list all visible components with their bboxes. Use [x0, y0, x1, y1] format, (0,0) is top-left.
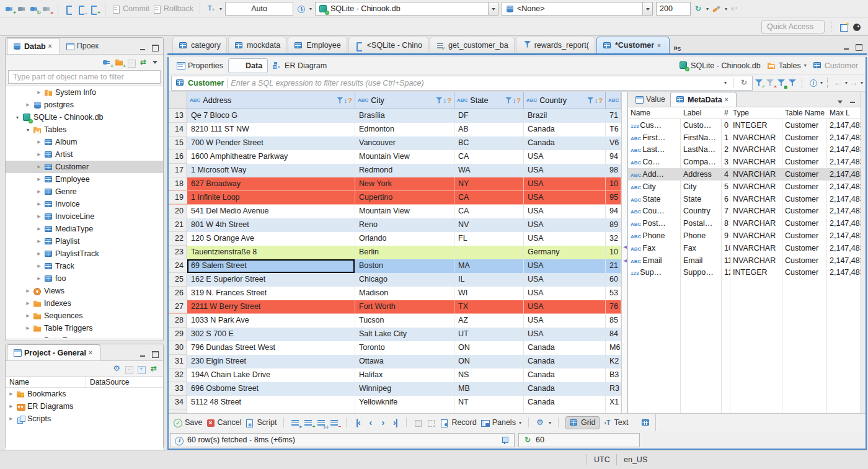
- cell-postalcode[interactable]: 71: [606, 109, 621, 123]
- view-menu-icon[interactable]: [836, 97, 844, 107]
- change-marker[interactable]: [623, 259, 627, 262]
- metadata-row[interactable]: ABCFirst… FirstNa… 1 NVARCHAR Customer 2…: [628, 132, 861, 144]
- row-number[interactable]: 19: [169, 191, 187, 204]
- open-sql-script-icon[interactable]: [77, 4, 86, 14]
- cell-state[interactable]: WA: [454, 164, 524, 177]
- column-header[interactable]: ABC Address ↕?: [187, 92, 355, 109]
- sort-icon[interactable]: ↕: [595, 97, 598, 104]
- connect-icon[interactable]: [17, 4, 27, 14]
- cell-postalcode[interactable]: 98: [606, 164, 621, 177]
- cell-address[interactable]: 319 N. Frances Street: [187, 287, 355, 300]
- row-number[interactable]: 29: [169, 328, 187, 341]
- expander-icon[interactable]: [25, 102, 31, 107]
- delete-row-icon[interactable]: [330, 418, 339, 427]
- new-sql-script-icon[interactable]: [89, 4, 99, 14]
- row-number[interactable]: 23: [169, 246, 187, 259]
- table-row[interactable]: 32 194A Chain Lake Drive Halifax NS Cana…: [169, 368, 621, 382]
- cell-city[interactable]: Vancouver: [355, 136, 454, 150]
- editor-tab[interactable]: mockdata: [228, 37, 286, 53]
- cell-country[interactable]: USA: [524, 150, 606, 164]
- editor-tab[interactable]: get_customer_ba: [430, 37, 515, 53]
- cell-state[interactable]: CA: [454, 205, 524, 218]
- metadata-row[interactable]: ABCCo… Compa… 3 NVARCHAR Customer 2,147,…: [628, 156, 861, 168]
- list-item[interactable]: Scripts: [6, 413, 163, 425]
- cell-city[interactable]: Mountain View: [355, 150, 454, 164]
- expander-icon[interactable]: [36, 226, 42, 231]
- row-number[interactable]: 30: [169, 341, 187, 355]
- tree-item[interactable]: SQLite - Chinook.db: [6, 111, 163, 123]
- tree-item[interactable]: Track: [6, 260, 163, 272]
- combo-arrow-icon[interactable]: [642, 2, 652, 15]
- tab-overflow-button[interactable]: »5: [671, 42, 683, 53]
- table-row[interactable]: 25 162 E Superior Street Chicago IL USA …: [169, 273, 621, 287]
- cell-state[interactable]: FL: [454, 232, 524, 246]
- cell-state[interactable]: NV: [454, 218, 524, 232]
- metadata-row[interactable]: ABCFax Fax 10 NVARCHAR Customer 2,147,48…: [628, 242, 861, 254]
- cell-postalcode[interactable]: 32: [606, 232, 621, 246]
- auto-refresh-icon[interactable]: [808, 78, 818, 87]
- expander-icon[interactable]: [14, 115, 20, 120]
- cell-state[interactable]: [454, 246, 524, 259]
- expander-icon[interactable]: [25, 288, 31, 293]
- cell-address[interactable]: 5112 48 Street: [187, 396, 355, 409]
- cell-state[interactable]: AB: [454, 123, 524, 136]
- column-header-number[interactable]: #: [722, 107, 730, 118]
- project-tab[interactable]: Project - General: [7, 344, 100, 360]
- gear-icon[interactable]: [112, 364, 121, 373]
- reconnect-icon[interactable]: [30, 4, 39, 14]
- combo-arrow-icon[interactable]: [488, 2, 498, 15]
- panel-tab[interactable]: Value: [629, 92, 670, 107]
- table-row[interactable]: 28 1033 N Park Ave Tucson AZ USA 85: [169, 314, 621, 328]
- cell-country[interactable]: Canada: [524, 355, 606, 368]
- link-with-editor-icon[interactable]: [149, 364, 158, 373]
- maximize-icon[interactable]: [151, 45, 159, 54]
- column-header-type[interactable]: Type: [730, 107, 782, 118]
- cell-postalcode[interactable]: 89: [606, 218, 621, 232]
- cell-state[interactable]: IL: [454, 273, 524, 287]
- sort-icon[interactable]: ↕: [443, 97, 447, 104]
- expander-icon[interactable]: [8, 391, 14, 396]
- row-number[interactable]: 16: [169, 150, 187, 164]
- cell-city[interactable]: Yellowknife: [355, 396, 454, 409]
- cell-postalcode[interactable]: 10: [606, 177, 621, 190]
- metadata-row[interactable]: ABCAdd… Address 4 NVARCHAR Customer 2,14…: [628, 168, 861, 181]
- cell-city[interactable]: Chicago: [355, 273, 454, 287]
- column-header-name[interactable]: Name: [628, 107, 681, 118]
- expander-icon[interactable]: [36, 164, 42, 169]
- table-row[interactable]: 17 1 Microsoft Way Redmond WA USA 98: [169, 164, 621, 177]
- commit-button[interactable]: Commit: [112, 4, 149, 14]
- cell-address[interactable]: 120 S Orange Ave: [187, 232, 355, 246]
- column-header-maxlength[interactable]: Max L: [827, 107, 861, 118]
- editor-subtab[interactable]: Properties: [171, 58, 228, 73]
- editor-tab[interactable]: category: [172, 37, 227, 53]
- cell-country[interactable]: USA: [524, 164, 606, 177]
- grid-view-button[interactable]: Grid: [565, 416, 600, 429]
- cell-address[interactable]: Qe 7 Bloco G: [187, 109, 355, 123]
- connection-combo[interactable]: SQLite - Chinook.db: [315, 2, 498, 16]
- expander-icon[interactable]: [36, 251, 42, 256]
- table-row[interactable]: 33 696 Osborne Street Winnipeg MB Canada…: [169, 382, 621, 396]
- cell-country[interactable]: USA: [524, 273, 606, 287]
- cell-country[interactable]: Canada: [524, 136, 606, 150]
- cell-postalcode[interactable]: 53: [606, 287, 621, 300]
- tree-item[interactable]: Tables: [6, 123, 163, 136]
- edit-cell-icon[interactable]: [291, 418, 300, 427]
- cell-city[interactable]: Mountain View: [355, 205, 454, 218]
- cell-city[interactable]: Boston: [355, 259, 454, 273]
- sql-editor-icon[interactable]: [64, 4, 74, 14]
- cell-postalcode[interactable]: X1: [606, 396, 621, 409]
- cell-country[interactable]: USA: [524, 191, 606, 204]
- metadata-row[interactable]: ABCState State 6 NVARCHAR Customer 2,147…: [628, 193, 861, 205]
- script-button[interactable]: Script: [245, 418, 277, 427]
- column-header[interactable]: ABC City ↕?: [355, 92, 454, 109]
- timezone-indicator[interactable]: UTC: [594, 455, 610, 464]
- editor-subtab[interactable]: Data: [228, 58, 268, 73]
- row-number[interactable]: 34: [169, 396, 187, 409]
- table-row[interactable]: 27 2211 W Berry Street Fort Worth TX USA…: [169, 300, 621, 314]
- cell-city[interactable]: Toronto: [355, 341, 454, 355]
- cell-state[interactable]: AZ: [454, 314, 524, 328]
- table-row[interactable]: 19 1 Infinite Loop Cupertino CA USA 95: [169, 191, 621, 205]
- change-marker[interactable]: [623, 246, 627, 249]
- cell-state[interactable]: DF: [454, 109, 524, 123]
- cell-city[interactable]: Edmonton: [355, 123, 454, 136]
